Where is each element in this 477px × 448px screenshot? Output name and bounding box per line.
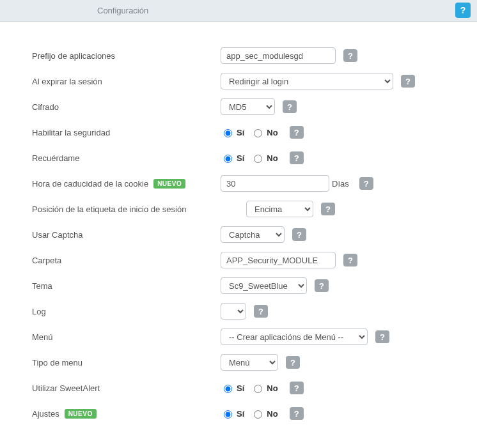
header: Configuración ? [0, 0, 477, 22]
sweetalert-radio: Sí No [221, 383, 282, 393]
help-icon[interactable]: ? [343, 254, 357, 266]
radio-no-label: No [267, 128, 278, 137]
radio-yes-label: Sí [237, 383, 244, 393]
radio-yes-label: Sí [237, 153, 244, 163]
label-app-prefix: Prefijo de aplicaciones [32, 51, 115, 61]
help-icon[interactable]: ? [455, 3, 471, 18]
help-icon[interactable]: ? [292, 228, 306, 241]
row-settings: Ajustes NUEVO Sí No ? [32, 405, 445, 422]
menu-select[interactable]: -- Crear aplicacións de Menú -- [221, 328, 368, 345]
row-session-expire: Al expirar la sesión Redirigir al login … [32, 73, 445, 89]
enable-security-no[interactable] [254, 129, 262, 137]
page-title: Configuración [8, 6, 148, 15]
help-icon[interactable]: ? [290, 407, 304, 420]
label-theme: Tema [32, 281, 52, 291]
help-icon[interactable]: ? [254, 305, 268, 318]
row-cipher: Cifrado MD5 ? [32, 98, 445, 115]
label-menu: Menú [32, 332, 53, 342]
label-folder: Carpeta [32, 256, 61, 265]
label-cookie-expiry: Hora de caducidad de la cookie [32, 179, 148, 189]
new-badge: NUEVO [65, 409, 97, 419]
theme-select[interactable]: Sc9_SweetBlue [221, 277, 307, 294]
menu-type-select[interactable]: Menú [221, 354, 278, 371]
sweetalert-yes[interactable] [224, 385, 232, 393]
row-cookie-expiry: Hora de caducidad de la cookie NUEVO Día… [32, 175, 445, 192]
radio-no-label: No [267, 409, 278, 419]
label-log: Log [32, 307, 46, 316]
remember-me-no[interactable] [254, 155, 262, 163]
label-cipher: Cifrado [32, 102, 59, 112]
row-enable-security: Habilitar la seguridad Sí No ? [32, 124, 445, 141]
row-log: Log ? [32, 303, 445, 320]
settings-no[interactable] [254, 410, 262, 419]
help-icon[interactable]: ? [359, 177, 373, 190]
row-app-prefix: Prefijo de aplicaciones ? [32, 47, 445, 64]
radio-yes-label: Sí [237, 409, 244, 419]
label-captcha: Usar Captcha [32, 230, 82, 240]
row-menu-type: Tipo de menu Menú ? [32, 354, 445, 371]
help-icon[interactable]: ? [283, 100, 297, 113]
enable-security-yes[interactable] [224, 129, 232, 137]
row-remember-me: Recuérdame Sí No ? [32, 150, 445, 166]
help-icon[interactable]: ? [290, 151, 304, 164]
radio-yes-label: Sí [237, 128, 244, 137]
help-icon[interactable]: ? [343, 49, 357, 62]
label-enable-security: Habilitar la seguridad [32, 128, 110, 137]
help-icon[interactable]: ? [321, 203, 335, 215]
help-icon[interactable]: ? [290, 126, 304, 139]
app-prefix-input[interactable] [221, 47, 336, 64]
row-theme: Tema Sc9_SweetBlue ? [32, 277, 445, 294]
label-sweetalert: Utilizar SweetAlert [32, 383, 100, 393]
label-settings: Ajustes [32, 409, 59, 419]
label-remember-me: Recuérdame [32, 153, 79, 163]
label-menu-type: Tipo de menu [32, 358, 82, 367]
sweetalert-no[interactable] [254, 385, 262, 393]
row-menu: Menú -- Crear aplicacións de Menú -- ? [32, 328, 445, 345]
config-form: Prefijo de aplicaciones ? Al expirar la … [0, 22, 477, 448]
cookie-expiry-input[interactable] [221, 175, 329, 192]
session-expire-select[interactable]: Redirigir al login [221, 73, 393, 89]
settings-radio: Sí No [221, 408, 282, 419]
help-icon[interactable]: ? [315, 279, 329, 292]
help-icon[interactable]: ? [401, 75, 415, 88]
help-icon[interactable]: ? [290, 382, 304, 394]
remember-me-yes[interactable] [224, 155, 232, 163]
radio-no-label: No [267, 383, 278, 393]
help-icon[interactable]: ? [375, 330, 389, 343]
cookie-expiry-unit: Días [332, 179, 349, 189]
remember-me-radio: Sí No [221, 153, 282, 163]
enable-security-radio: Sí No [221, 127, 282, 137]
folder-input[interactable] [221, 252, 336, 268]
new-badge: NUEVO [153, 179, 185, 189]
label-session-expire: Al expirar la sesión [32, 77, 102, 86]
help-icon[interactable]: ? [286, 356, 300, 369]
row-captcha: Usar Captcha Captcha ? [32, 226, 445, 243]
label-label-position: Posición de la etiqueta de inicio de ses… [32, 205, 186, 214]
radio-no-label: No [267, 153, 278, 163]
log-select[interactable] [221, 303, 246, 320]
captcha-select[interactable]: Captcha [221, 226, 285, 243]
row-label-position: Posición de la etiqueta de inicio de ses… [32, 201, 445, 217]
settings-yes[interactable] [224, 410, 232, 419]
row-sweetalert: Utilizar SweetAlert Sí No ? [32, 380, 445, 396]
cipher-select[interactable]: MD5 [221, 98, 275, 115]
label-position-select[interactable]: Encima [246, 201, 313, 217]
row-folder: Carpeta ? [32, 252, 445, 268]
